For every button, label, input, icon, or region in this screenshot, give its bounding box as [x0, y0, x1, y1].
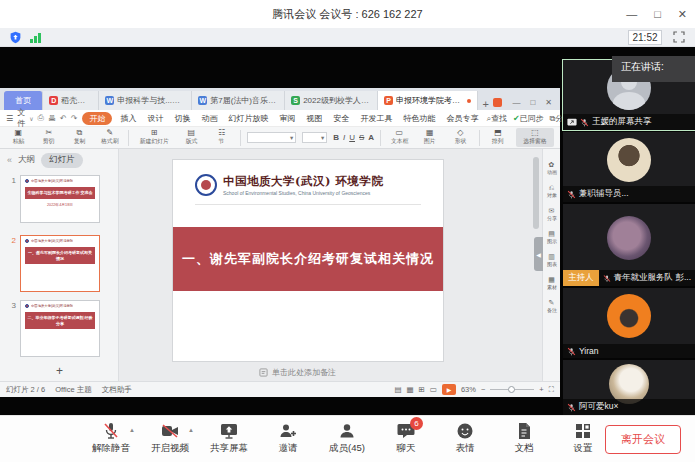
members-button[interactable]: 成员(45)	[324, 421, 370, 455]
bold-button[interactable]: B	[333, 133, 339, 142]
wps-member-icon[interactable]	[493, 98, 502, 107]
wps-tab-sheet[interactable]: S2022级到校学人员名单.xlsx	[285, 91, 378, 110]
slides-tab[interactable]: 幻灯片	[41, 153, 83, 168]
zoom-slider[interactable]	[490, 389, 534, 390]
italic-button[interactable]: I	[343, 133, 345, 142]
start-video-button[interactable]: 开启视频 ▲	[147, 421, 193, 455]
fit-screen-icon[interactable]: ⛶	[549, 385, 554, 395]
menu-tab-home[interactable]: 开始	[82, 112, 112, 125]
wps-file-menu[interactable]: ☰ 文件 ∨ ⎙ 🖶 ↶ ↷	[6, 107, 77, 129]
docs-button[interactable]: 文档	[501, 421, 547, 455]
sync-status[interactable]: ✔已同步	[513, 113, 544, 124]
wps-minimize-button[interactable]: —	[512, 98, 520, 107]
wps-close-button[interactable]: ✕	[545, 98, 552, 107]
chat-button[interactable]: 聊天 6	[383, 421, 429, 455]
diagram-pane-button[interactable]: ▤图示	[546, 230, 558, 246]
thumbnail[interactable]: 中国地质大学(武汉)环境学院 生物科学与技术学院考研工作 交流会 2022年4月…	[20, 175, 100, 223]
new-slide-button[interactable]: ⊞新建幻灯片	[135, 129, 173, 146]
print-icon[interactable]: 🖶	[48, 114, 56, 123]
emoji-button[interactable]: 表情	[442, 421, 488, 455]
shape-button[interactable]: ◇形状	[448, 129, 473, 146]
current-slide[interactable]: 中国地质大学(武汉) 环境学院 School of Environmental …	[173, 160, 443, 361]
font-size-select[interactable]: ▾	[302, 132, 327, 143]
font-color-button[interactable]: A	[368, 133, 374, 142]
zoom-out-button[interactable]: −	[481, 385, 485, 394]
panel-collapse-handle[interactable]: ◀	[534, 237, 543, 271]
arrange-button[interactable]: ⬒排列	[486, 129, 511, 146]
comment-pane-button[interactable]: ✎备注	[546, 299, 558, 315]
find-button[interactable]: ⌕查找	[486, 113, 506, 124]
minimize-button[interactable]: —	[626, 8, 637, 20]
slide-thumb-2[interactable]: 2 中国地质大学(武汉)环境学院 一、谢先军副院长介绍考研复试相关情况	[8, 235, 100, 292]
save-icon[interactable]: ⎙	[38, 113, 44, 123]
menu-tab-features[interactable]: 特色功能	[400, 112, 438, 125]
reading-view-icon[interactable]: ⊞	[419, 385, 425, 394]
wps-maximize-button[interactable]: □	[530, 98, 535, 107]
underline-button[interactable]: U	[349, 133, 355, 142]
participant-tile[interactable]: 阿可爱ku×	[563, 360, 695, 415]
menu-tab-member[interactable]: 会员专享	[443, 112, 481, 125]
chart-pane-button[interactable]: ▥图表	[546, 253, 558, 269]
menu-tab-animation[interactable]: 动画	[198, 112, 220, 125]
wps-tab-doc2[interactable]: W第7届(法中)音乐评选.docx	[192, 91, 285, 110]
section-button[interactable]: ☷节	[209, 129, 234, 146]
share-pane-button[interactable]: ✉分享	[546, 207, 558, 223]
redo-icon[interactable]: ↷	[71, 114, 78, 123]
menu-tab-security[interactable]: 安全	[330, 112, 352, 125]
notes-hint[interactable]: 单击此处添加备注	[259, 367, 336, 378]
menu-tab-view[interactable]: 视图	[303, 112, 325, 125]
participant-tile[interactable]: 兼职辅导员...	[563, 132, 695, 202]
network-signal-icon[interactable]	[30, 33, 41, 43]
slideshow-play-button[interactable]: ▶	[442, 384, 456, 395]
share-screen-button[interactable]: 共享屏幕	[206, 421, 252, 455]
strikethrough-button[interactable]: S	[359, 133, 364, 142]
new-tab-button[interactable]: +	[478, 98, 494, 110]
menu-tab-review[interactable]: 审阅	[276, 112, 298, 125]
collapse-panel-icon[interactable]: «	[7, 155, 12, 165]
format-painter-button[interactable]: ✎格式刷	[98, 129, 123, 146]
zoom-in-button[interactable]: +	[539, 385, 543, 394]
object-pane-button[interactable]: ⎌对象	[546, 184, 558, 200]
menu-tab-insert[interactable]: 插入	[117, 112, 139, 125]
leave-meeting-button[interactable]: 离开会议	[605, 425, 681, 454]
copy-button[interactable]: ⧉复制	[67, 129, 92, 146]
notes-view-icon[interactable]: ▭	[430, 385, 437, 394]
assets-pane-button[interactable]: ▦素材	[546, 276, 558, 292]
animation-pane-button[interactable]: ✿动画	[546, 161, 558, 177]
normal-view-icon[interactable]: ▤	[394, 385, 401, 394]
wps-tab-presentation-active[interactable]: P申报环境学院考研经验交流会	[378, 91, 478, 110]
menu-tab-design[interactable]: 设计	[144, 112, 166, 125]
thumbnail[interactable]: 中国地质大学(武汉)环境学院 二、毕业年级学子考研复试调剂 经验分享	[20, 300, 100, 357]
wps-tab-doc1[interactable]: W申报科学与技...作兼职文案	[99, 91, 192, 110]
doc-assistant[interactable]: 文档助手	[102, 385, 132, 395]
thumbnail-selected[interactable]: 中国地质大学(武汉)环境学院 一、谢先军副院长介绍考研复试相关情况	[20, 235, 100, 292]
sorter-view-icon[interactable]: ▦	[406, 385, 413, 394]
fullscreen-icon[interactable]	[673, 31, 685, 43]
slide-thumb-1[interactable]: 1 中国地质大学(武汉)环境学院 生物科学与技术学院考研工作 交流会 2022年…	[8, 175, 100, 223]
participant-tile-host[interactable]: 主持人 青年就业服务队 彭...	[563, 204, 695, 286]
font-family-select[interactable]: ▾	[247, 132, 296, 143]
theme-name[interactable]: Office 主题	[55, 385, 92, 395]
video-options-caret[interactable]: ▲	[188, 427, 194, 433]
menu-tab-devtools[interactable]: 开发工具	[357, 112, 395, 125]
menu-tab-transition[interactable]: 切换	[171, 112, 193, 125]
cut-button[interactable]: ✂剪切	[37, 129, 62, 146]
invite-button[interactable]: 邀请	[265, 421, 311, 455]
zoom-slider-handle[interactable]	[508, 386, 515, 393]
layout-button[interactable]: ▤版式	[179, 129, 204, 146]
outline-tab[interactable]: 大纲	[18, 154, 35, 166]
menu-tab-slideshow[interactable]: 幻灯片放映	[225, 112, 271, 125]
mic-options-caret[interactable]: ▲	[129, 427, 135, 433]
slide-thumb-3[interactable]: 3 中国地质大学(武汉)环境学院 二、毕业年级学子考研复试调剂 经验分享	[8, 300, 100, 357]
picture-button[interactable]: ▦图片	[418, 129, 443, 146]
selection-pane-button[interactable]: ⬚选择窗格	[516, 128, 554, 147]
maximize-button[interactable]: □	[654, 8, 661, 20]
participant-tile[interactable]: Yiran	[563, 288, 695, 358]
textbox-button[interactable]: ▭文本框	[387, 129, 412, 146]
canvas-scrollbar[interactable]	[533, 157, 539, 229]
add-slide-button[interactable]: +	[0, 364, 119, 378]
unmute-button[interactable]: 解除静音 ▲	[88, 421, 134, 455]
security-shield-icon[interactable]	[9, 31, 22, 44]
paste-button[interactable]: ▣粘贴	[6, 129, 31, 146]
settings-button[interactable]: 设置	[560, 421, 606, 455]
